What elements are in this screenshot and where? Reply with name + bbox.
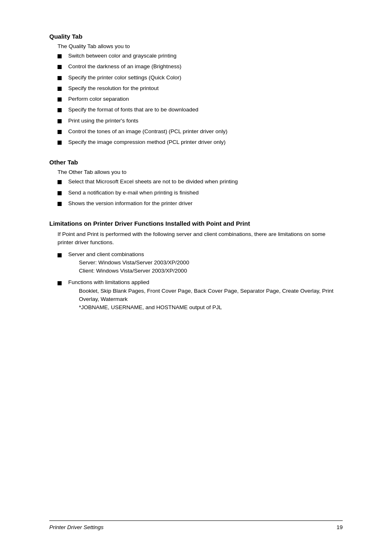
bullet-icon	[58, 200, 65, 208]
list-item: Shows the version information for the pr…	[58, 199, 343, 208]
list-item-text: Select that Microsoft Excel sheets are n…	[68, 178, 238, 186]
bullet-icon	[58, 63, 65, 72]
item-content: Server and client combinations Server: W…	[68, 250, 189, 275]
list-item: Specify the format of fonts that are to …	[58, 106, 343, 115]
list-item: Control the darkness of an image (Bright…	[58, 62, 343, 72]
page-content: Quality Tab The Quality Tab allows you t…	[0, 0, 392, 356]
list-item: Print using the printer's fonts	[58, 117, 343, 126]
bullet-icon	[58, 106, 65, 115]
list-item: Specify the image compression method (PC…	[58, 138, 343, 147]
list-item-text: Perform color separation	[68, 95, 129, 103]
other-tab-title: Other Tab	[49, 159, 343, 166]
other-tab-intro: The Other Tab allows you to	[58, 169, 343, 175]
footer-page-number: 19	[337, 524, 343, 530]
bullet-icon	[58, 178, 65, 187]
list-item: Perform color separation	[58, 95, 343, 104]
list-item-main: Functions with limitations applied	[68, 278, 343, 287]
bullet-icon	[58, 74, 65, 83]
list-item-text: Control the darkness of an image (Bright…	[68, 62, 181, 71]
footer-content: Printer Driver Settings 19	[49, 524, 343, 530]
list-item-main: Server and client combinations	[68, 250, 189, 259]
list-item: Server and client combinations Server: W…	[58, 250, 343, 275]
list-item-text: Specify the image compression method (PC…	[68, 138, 226, 146]
quality-tab-list: Switch between color and grayscale print…	[58, 52, 343, 147]
bullet-icon	[58, 118, 65, 126]
list-item: Select that Microsoft Excel sheets are n…	[58, 178, 343, 187]
list-item-text: Shows the version information for the pr…	[68, 199, 192, 208]
item-content: Functions with limitations applied Bookl…	[68, 278, 343, 312]
list-item-text: Control the tones of an image (Contrast)…	[68, 127, 227, 136]
limitations-intro: If Point and Print is performed with the…	[58, 230, 343, 247]
list-item-text: Switch between color and grayscale print…	[68, 52, 176, 60]
list-item-sub: Booklet, Skip Blank Pages, Front Cover P…	[79, 287, 343, 312]
bullet-icon	[58, 53, 65, 61]
other-tab-list: Select that Microsoft Excel sheets are n…	[58, 178, 343, 208]
list-item-text: Specify the printer color settings (Quic…	[68, 74, 181, 82]
bullet-icon	[58, 190, 65, 198]
list-item-text: Specify the resolution for the printout	[68, 84, 159, 92]
page-footer: Printer Driver Settings 19	[0, 520, 392, 530]
limitations-title: Limitations on Printer Driver Functions …	[49, 220, 343, 227]
bullet-icon	[58, 139, 65, 147]
bullet-icon	[58, 96, 65, 104]
list-item-text: Print using the printer's fonts	[68, 117, 138, 125]
bullet-icon	[58, 128, 65, 136]
limitations-section: Limitations on Printer Driver Functions …	[49, 220, 343, 312]
list-item: Switch between color and grayscale print…	[58, 52, 343, 61]
quality-tab-section: Quality Tab The Quality Tab allows you t…	[49, 33, 343, 147]
footer-section-name: Printer Driver Settings	[49, 524, 104, 530]
list-item-text: Specify the format of fonts that are to …	[68, 106, 198, 114]
list-item: Functions with limitations applied Bookl…	[58, 278, 343, 312]
list-item: Send a notification by e-mail when print…	[58, 189, 343, 198]
quality-tab-title: Quality Tab	[49, 33, 343, 40]
list-item: Control the tones of an image (Contrast)…	[58, 127, 343, 136]
other-tab-section: Other Tab The Other Tab allows you to Se…	[49, 159, 343, 208]
list-item: Specify the printer color settings (Quic…	[58, 74, 343, 83]
list-item-sub: Server: Windows Vista/Server 2003/XP/200…	[79, 259, 189, 275]
limitations-list: Server and client combinations Server: W…	[58, 250, 343, 312]
bullet-icon	[58, 280, 65, 288]
bullet-icon	[58, 85, 65, 93]
bullet-icon	[58, 252, 65, 260]
list-item-text: Send a notification by e-mail when print…	[68, 189, 198, 197]
footer-divider	[49, 520, 343, 521]
list-item: Specify the resolution for the printout	[58, 84, 343, 93]
quality-tab-intro: The Quality Tab allows you to	[58, 43, 343, 49]
